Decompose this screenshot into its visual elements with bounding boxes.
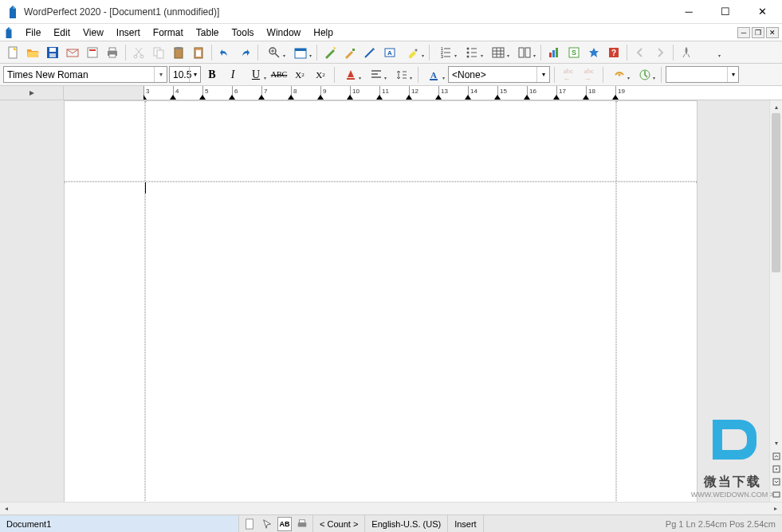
menu-insert[interactable]: Insert [110,25,147,40]
rocket-icon[interactable] [677,43,696,62]
close-button[interactable]: ✕ [744,0,780,24]
table-button[interactable]: ▾ [485,43,511,62]
titlebar: WordPerfect 2020 - [Document1 (unmodifie… [0,0,782,24]
status-cursor-icon[interactable] [260,517,274,531]
search-box[interactable]: ▾ [666,66,739,83]
bullets-button[interactable]: ▾ [459,43,485,62]
nav-extra-button[interactable] [770,489,782,500]
minimize-button[interactable]: ─ [670,0,707,24]
styles-button[interactable] [340,43,360,62]
menu-view[interactable]: View [77,25,110,40]
subscript-button[interactable]: X2 [290,65,309,84]
publish-button[interactable] [83,43,102,62]
status-ab-button[interactable]: AB [277,517,292,531]
draw-button[interactable] [360,43,379,62]
scroll-right-button[interactable]: ▸ [769,503,782,514]
mdi-close-button[interactable]: ✕ [766,27,779,38]
svg-rect-15 [176,47,181,49]
undo-button[interactable] [215,43,234,62]
scroll-down-button[interactable]: ▾ [770,436,782,449]
svg-rect-49 [773,492,780,497]
mdi-restore-button[interactable]: ❐ [752,27,764,38]
demote-button[interactable]: abc→ [580,65,599,84]
ruler-corner[interactable] [0,86,64,100]
status-language[interactable]: English-U.S. (US) [365,515,448,532]
style-select[interactable]: <None> ▾ [448,66,550,83]
maximize-button[interactable]: ☐ [707,0,744,24]
numbering-button[interactable]: 123▾ [433,43,458,62]
spell-button[interactable]: S [564,43,584,62]
text-box-button[interactable]: A [380,43,399,62]
line-spacing-button[interactable]: ▾ [390,65,414,84]
mdi-minimize-button[interactable]: ─ [737,27,750,38]
scroll-thumb[interactable] [772,113,780,272]
scroll-track[interactable] [770,113,782,436]
italic-button[interactable]: I [223,65,242,84]
horizontal-ruler[interactable]: 345678910111213141516171819 [143,86,782,100]
status-insert-mode[interactable]: Insert [448,515,484,532]
perfectexpert-button[interactable]: ? [604,43,623,62]
menu-window[interactable]: Window [261,25,308,40]
chart-button[interactable] [544,43,564,62]
redo-button[interactable] [235,43,254,62]
mail-button[interactable] [63,43,82,62]
scroll-left-button[interactable]: ◂ [0,503,13,514]
menu-table[interactable]: Table [190,25,226,40]
hscroll-track[interactable] [13,503,769,514]
scroll-up-button[interactable]: ▴ [770,100,782,113]
svg-rect-6 [89,49,96,51]
status-count[interactable]: < Count > [313,515,365,532]
back-button[interactable] [631,43,650,62]
macro2-button[interactable]: ▾ [633,65,657,84]
strikethrough-button[interactable]: ABC [269,65,289,84]
columns-button[interactable]: ▾ [512,43,537,62]
chevron-down-icon: ▾ [536,67,549,82]
save-button[interactable] [43,43,62,62]
menu-help[interactable]: Help [307,25,340,40]
document-area[interactable] [0,100,769,502]
justify-button[interactable]: ▾ [364,65,388,84]
forward-button[interactable] [650,43,670,62]
svg-rect-2 [49,48,56,52]
promote-button[interactable]: abc← [559,65,578,84]
next-page-button[interactable] [770,476,782,487]
extras-button[interactable]: ▾ [697,43,722,62]
clipboard-button[interactable] [189,43,208,62]
svg-point-47 [776,468,777,470]
font-size-select[interactable]: 10.5 ▾ [169,66,201,83]
underline-button[interactable]: U▾ [244,65,268,84]
horizontal-scrollbar[interactable]: ◂ ▸ [0,502,782,514]
copy-button[interactable] [149,43,168,62]
date-button[interactable]: ▾ [288,43,313,62]
prev-page-button[interactable] [770,451,782,462]
vertical-scrollbar[interactable]: ▴ ▾ [769,100,782,502]
property-bar: Times New Roman ▾ 10.5 ▾ B I U▾ ABC X2 X… [0,64,782,86]
autoformat-button[interactable] [320,43,340,62]
zoom-button[interactable]: ▾ [261,43,287,62]
status-doc-icon[interactable] [242,517,257,531]
browse-button[interactable] [770,464,782,475]
chevron-down-icon: ▾ [189,67,200,82]
highlight-button[interactable]: ▾ [400,43,426,62]
menu-file[interactable]: File [19,25,47,40]
macro1-button[interactable]: ▾ [607,65,631,84]
menu-tools[interactable]: Tools [226,25,261,40]
font-select[interactable]: Times New Roman ▾ [3,66,167,83]
font-color-button[interactable]: ▾ [339,65,363,84]
window-title: WordPerfect 2020 - [Document1 (unmodifie… [24,6,219,18]
open-button[interactable] [23,43,42,62]
paste-button[interactable] [169,43,188,62]
print-button[interactable] [103,43,122,62]
bold-button[interactable]: B [202,65,222,84]
status-print-icon[interactable] [295,517,309,531]
menu-format[interactable]: Format [147,25,190,40]
svg-rect-13 [157,50,163,58]
superscript-button[interactable]: X2 [311,65,330,84]
quickfonts-button[interactable]: A▾ [422,65,446,84]
cut-button[interactable] [129,43,148,62]
page[interactable] [64,100,698,502]
status-document[interactable]: Document1 [0,515,239,532]
thesaurus-button[interactable] [584,43,603,62]
new-button[interactable] [3,43,22,62]
menu-edit[interactable]: Edit [47,25,77,40]
